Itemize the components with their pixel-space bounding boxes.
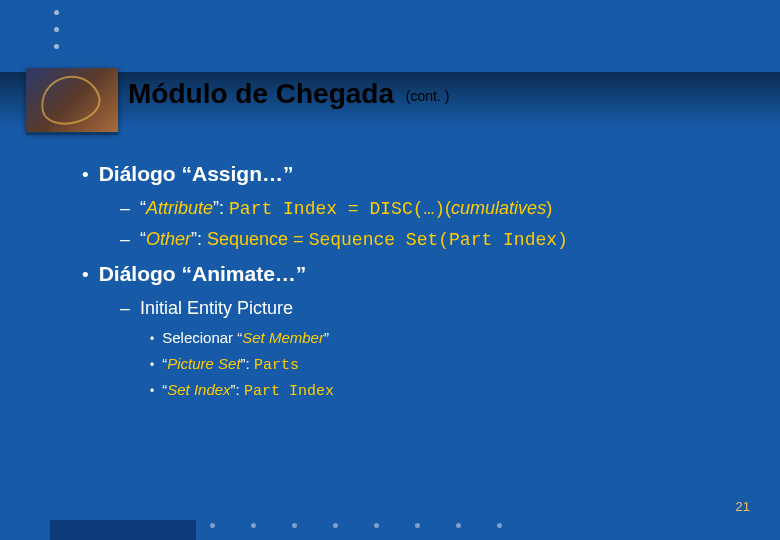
assign-subitems: – “Attribute”: Part Index = DISC(…)(cumu… [120,198,742,250]
quote-close-colon: ”: [191,229,207,249]
keyword-attribute: Attribute [146,198,213,218]
bullet-mark-icon: • [150,381,154,401]
line-content: Initial Entity Picture [140,298,293,319]
bullet-dialog-assign: • Diálogo “Assign…” [82,162,742,188]
animate-subitems: – Initial Entity Picture • Selecionar “S… [120,298,742,401]
slide-content: • Diálogo “Assign…” – “Attribute”: Part … [82,162,742,413]
dot-icon [54,44,59,49]
code-parts: Parts [254,357,299,374]
bullet-mark-icon: • [82,262,89,288]
initial-entity-picture: – Initial Entity Picture [120,298,742,319]
code-part-index: Part Index [244,383,334,400]
code-part-index-disc: Part Index = DISC(…) [229,199,445,219]
set-index-em: Set Index [167,381,230,398]
decorative-dots-bottom [210,523,502,528]
line-content: Selecionar “Set Member” [162,329,329,346]
cumulatives-word: cumulatives [451,198,546,218]
assign-attribute-line: – “Attribute”: Part Index = DISC(…)(cumu… [120,198,742,219]
bullet-dialog-animate: • Diálogo “Animate…” [82,262,742,288]
dash-icon: – [120,229,132,250]
bullet-mark-icon: • [150,329,154,349]
line-content: “Other”: Sequence = Sequence Set(Part In… [140,229,568,250]
dot-icon [210,523,215,528]
sequence-equals: Sequence = [207,229,309,249]
line-content: “Set Index”: Part Index [162,381,334,400]
select-set-member: • Selecionar “Set Member” [150,329,742,349]
bullet-mark-icon: • [82,162,89,188]
post-text: ”: [241,355,254,372]
bullet-text: Diálogo “Assign…” [99,162,294,186]
post-text: ”: [231,381,244,398]
picture-set-em: Picture Set [167,355,240,372]
paren-close: ) [546,198,552,218]
set-index-line: • “Set Index”: Part Index [150,381,742,401]
assign-other-line: – “Other”: Sequence = Sequence Set(Part … [120,229,742,250]
bullet-text: Diálogo “Animate…” [99,262,307,286]
slide-title: Módulo de Chegada (cont. ) [128,78,449,110]
title-text: Módulo de Chegada [128,78,394,109]
dot-icon [374,523,379,528]
dot-icon [415,523,420,528]
title-continuation: (cont. ) [406,88,450,104]
picture-set-line: • “Picture Set”: Parts [150,355,742,375]
dot-icon [54,27,59,32]
keyword-other: Other [146,229,191,249]
dash-icon: – [120,298,132,319]
dot-icon [456,523,461,528]
decorative-dots-top [54,10,59,49]
dot-icon [333,523,338,528]
dot-icon [54,10,59,15]
bullet-mark-icon: • [150,355,154,375]
set-member-em: Set Member [242,329,324,346]
dot-icon [251,523,256,528]
pre-text: Selecionar “ [162,329,242,346]
logo-underline [26,132,118,135]
slide-number: 21 [736,499,750,514]
dot-icon [497,523,502,528]
line-content: “Attribute”: Part Index = DISC(…)(cumula… [140,198,552,219]
line-content: “Picture Set”: Parts [162,355,299,374]
slide-logo [26,68,118,132]
code-sequence-set: Sequence Set(Part Index) [309,230,568,250]
footer-accent-block [50,520,196,540]
quote-close-colon: ”: [213,198,229,218]
dash-icon: – [120,198,132,219]
dot-icon [292,523,297,528]
post-text: ” [324,329,329,346]
